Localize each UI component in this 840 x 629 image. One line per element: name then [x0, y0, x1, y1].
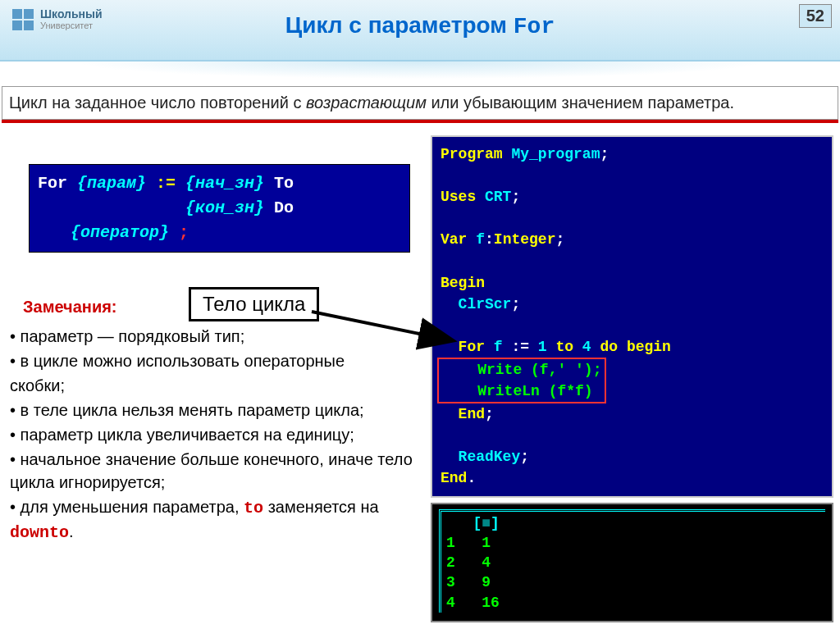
slide-title: Цикл с параметром For — [0, 0, 840, 39]
note-item: • параметр цикла увеличивается на единиц… — [10, 423, 431, 446]
code-kw: Program — [441, 146, 511, 162]
code-kw: Var — [441, 231, 476, 248]
left-column: For {парам} := {нач_зн} To {кон_зн} Do {… — [0, 135, 431, 622]
code-punct: ; — [511, 189, 520, 205]
code-punct: ; — [511, 296, 520, 312]
red-divider — [2, 120, 838, 123]
code-id: CRT — [485, 189, 511, 205]
code-id: My_program — [511, 146, 600, 162]
code-kw: End — [441, 470, 467, 486]
bracket-l: [ — [472, 515, 482, 531]
code-kw: Uses — [441, 189, 485, 205]
page-number: 52 — [799, 4, 832, 28]
header-bar: Школьный Университет Цикл с параметром F… — [0, 0, 840, 62]
code-id: ReadKey — [459, 449, 521, 465]
output-pane: [■] 1 1 2 4 3 9 4 16 — [431, 503, 833, 622]
code-num: 4 — [582, 339, 600, 355]
logo-line1: Школьный — [40, 8, 103, 21]
code-num: 1 — [538, 339, 556, 355]
intro-em: возрастающим — [306, 93, 427, 112]
note-to: to — [244, 499, 263, 517]
highlighted-loop-body: Write (f,' '); WriteLn (f*f) — [437, 358, 606, 403]
code-punct: ; — [485, 406, 494, 422]
intro-box: Цикл на заданное число повторений с возр… — [2, 86, 838, 120]
code-id: f — [494, 339, 512, 355]
output-row: 3 9 — [446, 572, 825, 592]
syntax-box: For {парам} := {нач_зн} To {кон_зн} Do {… — [29, 164, 410, 253]
code-kw: to — [555, 339, 582, 355]
note-last-a: • для уменьшения параметра, — [10, 498, 244, 516]
syntax-param: {парам} — [77, 174, 146, 193]
code-stmt: Write (f,' '); — [477, 362, 601, 378]
syntax-start: {нач_зн} — [185, 174, 264, 193]
code-punct: := — [511, 339, 537, 355]
logo-line2: Университет — [40, 21, 103, 30]
svg-line-1 — [312, 312, 451, 340]
note-item: • начальное значение больше конечного, и… — [10, 448, 431, 494]
code-punct: ; — [600, 146, 609, 162]
note-item: • в теле цикла нельзя менять параметр ци… — [10, 399, 431, 422]
content-area: For {парам} := {нач_зн} To {кон_зн} Do {… — [0, 135, 840, 622]
arrow-icon — [304, 295, 468, 353]
kw-do: Do — [264, 198, 294, 217]
square-icon: ■ — [482, 515, 491, 531]
note-last-c: . — [69, 522, 74, 540]
code-kw: End — [459, 406, 485, 422]
syntax-operator: {оператор} — [71, 223, 169, 242]
output-row: 1 1 — [446, 533, 825, 553]
bracket-r: ] — [491, 515, 500, 531]
syntax-semi: ; — [169, 223, 189, 242]
intro-t3: или убывающим значением параметра. — [427, 93, 734, 112]
code-punct: ; — [520, 449, 529, 465]
syntax-end: {кон_зн} — [185, 198, 264, 217]
note-item: скобки; — [10, 374, 431, 397]
kw-to: To — [264, 174, 294, 193]
note-item: • в цикле можно использовать операторные — [10, 349, 431, 372]
notes-list: • параметр — порядковый тип; • в цикле м… — [10, 325, 431, 545]
code-kw: do — [600, 339, 626, 355]
note-downto: downto — [10, 523, 69, 542]
decorative-swoosh — [0, 62, 840, 82]
syntax-assign: := — [146, 174, 185, 193]
logo-icon — [12, 9, 34, 30]
code-punct: ; — [555, 231, 564, 248]
code-type: Integer — [494, 231, 556, 248]
code-punct: . — [467, 470, 476, 486]
note-last-b: заменяется на — [263, 498, 379, 516]
code-kw: Begin — [441, 275, 485, 291]
loop-body-label: Тело цикла — [189, 287, 319, 321]
note-item: • для уменьшения параметра, to заменяетс… — [10, 495, 431, 545]
code-id: f — [476, 231, 485, 248]
intro-t1: Цикл на заданное число повторений с — [9, 93, 306, 112]
kw-for: For — [38, 174, 77, 193]
output-row: 2 4 — [446, 553, 825, 572]
title-mono: For — [514, 14, 555, 39]
code-stmt: WriteLn (f*f) — [477, 383, 592, 399]
code-editor: Program My_program; Uses CRT; Var f:Inte… — [431, 135, 833, 498]
code-kw: begin — [627, 339, 671, 355]
output-border: [■] 1 1 2 4 3 9 4 16 — [439, 509, 825, 613]
title-text: Цикл с параметром — [285, 12, 514, 38]
right-column: Program My_program; Uses CRT; Var f:Inte… — [431, 135, 840, 622]
code-punct: : — [485, 231, 494, 248]
output-titlebar: [■] — [446, 513, 825, 533]
output-row: 4 16 — [446, 593, 825, 613]
logo: Школьный Университет — [12, 8, 103, 30]
